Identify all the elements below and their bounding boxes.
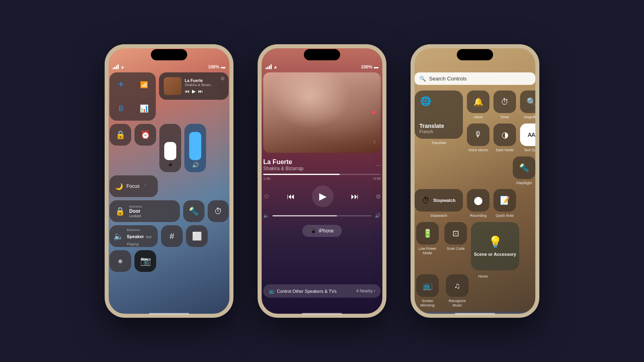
timer-ctrl-btn[interactable]: ⏱ — [493, 90, 516, 113]
status-left-2: ▲ — [266, 64, 278, 69]
recognize-music-ctrl-btn[interactable]: ♫ — [446, 274, 469, 297]
door-room-label: Entrance — [129, 205, 142, 208]
screen-mirror-ctrl-btn[interactable]: 📺 — [416, 274, 439, 297]
camera-btn[interactable]: 📷 — [134, 250, 156, 272]
door-tile[interactable]: 🔒 Entrance Door Locked — [109, 200, 180, 222]
player-meta: La Fuerte Shakira & Bizarrap ··· — [263, 158, 381, 171]
bluetooth-btn[interactable]: B — [109, 97, 132, 121]
bar4 — [118, 64, 119, 69]
vol-track[interactable] — [272, 215, 372, 216]
home-ctrl-item: Home — [478, 274, 488, 308]
heart-btn[interactable]: ♥ — [372, 109, 376, 117]
wifi-icon-2: ▲ — [273, 64, 278, 69]
volume-slider[interactable]: 🔊 — [184, 124, 206, 172]
home-indicator-2 — [302, 313, 342, 315]
recording-ctrl-item: ⬤ Recording — [467, 189, 489, 218]
speakers-icon: 📺 — [269, 288, 275, 294]
screen-lock-btn[interactable]: 🔒 — [109, 124, 131, 146]
search-bar[interactable]: 🔍 Search Controls — [415, 72, 535, 85]
record-btn[interactable]: ● — [109, 250, 131, 272]
status-left-1: ▲ — [113, 64, 125, 69]
bottom-row-1: 🔋 Low Power Mode ⊡ Scan Code 💡 Scene or … — [415, 222, 535, 270]
accessibility-icon: ♿ — [419, 316, 428, 318]
cc-row-1: ✈ 📶 B 📊 La Fuerte Shakira & Bizarr... — [109, 72, 229, 121]
flashlight-btn[interactable]: 🔦 — [183, 200, 204, 222]
flashlight-ctrl-label: Flashlight — [516, 181, 532, 185]
door-icon: 🔒 — [115, 206, 125, 216]
low-power-ctrl-label: Low Power Mode — [415, 247, 440, 255]
screen-record-btn[interactable]: ⬜ — [186, 225, 208, 247]
timer-btn[interactable]: ⏱ — [208, 200, 229, 222]
brightness-icon: ☀ — [168, 162, 173, 168]
vol-fill — [272, 215, 337, 216]
favorite-btn[interactable]: ☆ — [263, 192, 270, 201]
volume-bar: 🔈 🔊 — [263, 213, 381, 218]
scan-code-ctrl-btn[interactable]: ⊡ — [444, 222, 467, 245]
dynamic-island-2 — [304, 49, 340, 60]
flashlight-ctrl-btn[interactable]: 🔦 — [513, 156, 535, 179]
low-power-ctrl-btn[interactable]: 🔋 — [416, 222, 439, 245]
phone-1: ▲ 100% ▬ ✈ 📶 B 📊 — [105, 44, 233, 318]
music-controls-1[interactable]: ⏮ ▶ ⏭ — [185, 88, 224, 94]
focus-btn[interactable]: 🌙 Focus ⌃ — [109, 175, 158, 197]
voice-memo-ctrl-btn[interactable]: 🎙 — [467, 123, 489, 146]
music-note-icon: ♪ — [373, 138, 376, 145]
speakers-bar[interactable]: 📺 Control Other Speakers & TVs 4 Nearby … — [263, 284, 381, 298]
translate-title: Translate — [419, 123, 444, 129]
alarm-ctrl-btn[interactable]: 🔔 — [467, 90, 489, 113]
output-device-btn[interactable]: 📱 iPhone — [302, 225, 342, 237]
player-more-btn[interactable]: ··· — [376, 162, 381, 168]
home-indicator-1 — [149, 313, 189, 315]
play-btn-1[interactable]: ▶ — [192, 88, 196, 94]
quick-note-ctrl-btn[interactable]: 📝 — [493, 189, 516, 212]
brightness-slider[interactable]: ☀ — [159, 124, 181, 172]
prev-btn-1[interactable]: ⏮ — [185, 88, 190, 94]
battery-icon-1: ▬ — [221, 64, 225, 69]
flashlight-row: 🔦 Flashlight — [415, 156, 535, 185]
text-size-ctrl-btn[interactable]: AA — [520, 123, 539, 146]
player-artist: Shakira & Bizarrap — [263, 166, 303, 171]
progress-bar[interactable] — [263, 174, 381, 175]
forward-btn[interactable]: ⏭ — [351, 192, 359, 201]
music-widget[interactable]: La Fuerte Shakira & Bizarr... ⏮ ▶ ⏭ ⊙ — [159, 72, 229, 100]
text-size-ctrl-label: Text Size — [524, 148, 539, 152]
airplay-btn-1[interactable]: ⊙ — [221, 76, 225, 81]
airplane-btn[interactable]: ✈ — [109, 72, 132, 97]
speaker-tile[interactable]: 🔈 Bedroom Speaker Not Playing — [109, 225, 158, 247]
rewind-btn[interactable]: ⏮ — [287, 192, 295, 201]
music-info: La Fuerte Shakira & Bizarr... ⏮ ▶ ⏭ — [185, 78, 224, 94]
speakers-left: 📺 Control Other Speakers & TVs — [269, 288, 336, 294]
recording-ctrl-btn[interactable]: ⬤ — [467, 189, 489, 212]
calculator-btn[interactable]: # — [161, 225, 183, 247]
alarm-btn[interactable]: ⏰ — [134, 124, 156, 146]
signal-bars-2 — [266, 64, 272, 69]
wifi-btn[interactable]: 📶 — [132, 72, 155, 97]
speakers-label: Control Other Speakers & TVs — [277, 289, 336, 294]
phone-2-screen: ▲ 100% ▬ ♥ ♪ La Fuerte Shakira & Bizarra… — [258, 44, 386, 318]
scan-code-ctrl-item: ⊡ Scan Code — [444, 222, 467, 270]
stopwatch-icon: ⏱ — [422, 196, 430, 205]
dark-mode-ctrl-btn[interactable]: ◑ — [493, 123, 516, 146]
screen-mirror-ctrl-item: 📺 Screen Mirroring — [415, 274, 440, 308]
battery-text-2: 100% — [361, 64, 372, 69]
brightness-fill — [164, 142, 176, 160]
scene-icon: 💡 — [488, 235, 502, 249]
music-art — [164, 77, 182, 95]
play-btn-2[interactable]: ▶ — [312, 185, 334, 207]
connectivity-group[interactable]: ✈ 📶 B 📊 — [109, 72, 156, 121]
status-right-2: 100% ▬ — [361, 64, 378, 69]
timer-ctrl-label: Timer — [500, 115, 510, 119]
iphone-icon: 📱 — [310, 228, 316, 234]
translate-tile[interactable]: 🌐 Translate French — [415, 90, 463, 139]
next-btn-1[interactable]: ⏭ — [198, 88, 203, 94]
battery-icon-2: ▬ — [374, 64, 378, 69]
translate-section-label: Translate — [431, 141, 446, 145]
player-controls: ☆ ⏮ ▶ ⏭ ⊙ — [263, 185, 381, 207]
cc-row-2: 🔒 ⏰ ☀ 🔊 — [109, 124, 229, 172]
stopwatch-tile[interactable]: ⏱ Stopwatch — [415, 189, 463, 212]
scene-tile[interactable]: 💡 Scene or Accessory — [471, 222, 519, 270]
cellular-btn[interactable]: 📊 — [132, 97, 155, 121]
magnifier-ctrl-label: Magnifier — [524, 115, 539, 119]
magnifier-ctrl-btn[interactable]: 🔍 — [520, 90, 539, 113]
airplay-btn-2[interactable]: ⊙ — [376, 193, 381, 200]
